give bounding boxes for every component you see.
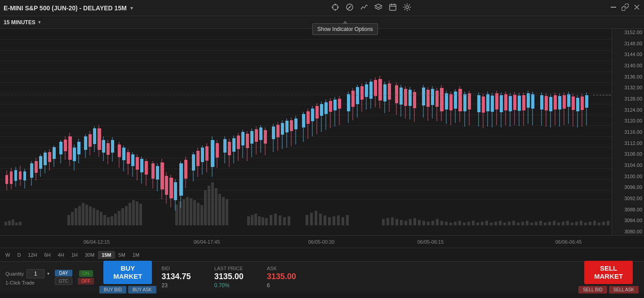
minimize-icon[interactable] — [610, 4, 617, 13]
svg-rect-288 — [356, 87, 359, 104]
xaxis-label-1: 06/04-12:15 — [84, 239, 110, 245]
order-section: Quantity ▾ 1-Click Trade — [5, 269, 49, 285]
on-badge[interactable]: ON — [79, 270, 93, 277]
svg-rect-67 — [208, 186, 210, 225]
tf-btn-w[interactable]: W — [2, 251, 13, 259]
price-label: 3092.00 — [614, 196, 642, 201]
svg-rect-94 — [382, 219, 385, 225]
svg-rect-59 — [179, 202, 182, 225]
off-badge[interactable]: OFF — [78, 278, 94, 285]
quantity-input[interactable] — [27, 269, 44, 278]
sell-market-button[interactable]: SELL MARKET — [584, 261, 633, 284]
svg-rect-142 — [598, 223, 600, 225]
svg-rect-254 — [272, 127, 275, 139]
svg-rect-148 — [10, 171, 13, 184]
svg-rect-342 — [491, 96, 494, 112]
tf-btn-1m[interactable]: 1M — [129, 251, 143, 259]
svg-rect-378 — [576, 98, 579, 111]
svg-rect-154 — [23, 171, 26, 180]
svg-rect-71 — [222, 197, 225, 225]
buy-market-button[interactable]: BUY MARKET — [103, 261, 152, 284]
svg-rect-144 — [607, 221, 609, 225]
svg-rect-208 — [156, 166, 159, 180]
gauge-icon[interactable] — [346, 3, 354, 13]
svg-rect-81 — [279, 215, 281, 225]
svg-rect-33 — [8, 221, 11, 225]
crosshair-icon[interactable] — [331, 3, 339, 13]
gear-icon[interactable] — [403, 3, 411, 13]
svg-rect-198 — [131, 154, 134, 166]
svg-rect-105 — [431, 221, 434, 225]
svg-rect-109 — [449, 223, 452, 225]
svg-rect-358 — [527, 93, 530, 108]
tf-btn-12h[interactable]: 12H — [24, 251, 40, 259]
svg-rect-366 — [549, 97, 552, 111]
ask-value: 3135.00 — [267, 272, 296, 281]
xaxis-label-5: 06/06-06:45 — [555, 239, 582, 245]
svg-rect-298 — [378, 79, 382, 101]
sell-bid-button[interactable]: SELL BID — [578, 286, 607, 294]
gtc-button[interactable]: GTC — [55, 277, 72, 285]
svg-rect-224 — [196, 151, 200, 166]
svg-point-12 — [406, 6, 409, 9]
timeframe-dropdown-arrow[interactable]: ▾ — [38, 19, 41, 25]
svg-rect-124 — [517, 223, 520, 225]
buy-bid-button[interactable]: BUY BID — [99, 286, 126, 294]
layers-icon[interactable] — [374, 3, 382, 13]
svg-rect-372 — [563, 95, 566, 109]
svg-rect-61 — [186, 197, 189, 225]
calendar-icon[interactable] — [389, 3, 397, 13]
svg-rect-312 — [413, 92, 416, 108]
tf-btn-6h[interactable]: 6H — [41, 251, 54, 259]
tf-btn-30m[interactable]: 30M — [81, 251, 98, 259]
svg-rect-41 — [82, 203, 84, 225]
svg-rect-75 — [254, 214, 257, 225]
svg-rect-112 — [463, 223, 466, 225]
line-chart-icon[interactable] — [360, 3, 368, 13]
ask-label: ASK — [267, 266, 296, 271]
svg-rect-49 — [111, 216, 113, 225]
svg-rect-137 — [575, 222, 578, 225]
tf-btn-15m[interactable]: 15M — [98, 251, 115, 259]
svg-rect-256 — [276, 125, 280, 137]
link-icon[interactable] — [622, 4, 629, 13]
svg-rect-73 — [247, 216, 250, 225]
svg-point-6 — [349, 6, 351, 8]
svg-rect-222 — [192, 154, 195, 171]
svg-rect-344 — [495, 93, 498, 110]
day-button[interactable]: DAY — [55, 270, 72, 276]
close-icon[interactable] — [633, 4, 640, 13]
svg-rect-162 — [44, 153, 47, 165]
svg-rect-117 — [485, 221, 488, 225]
svg-rect-210 — [160, 162, 164, 189]
tf-btn-4h[interactable]: 4H — [54, 251, 68, 259]
svg-rect-60 — [182, 199, 185, 225]
buy-ask-button[interactable]: BUY ASK — [128, 286, 156, 294]
timeframe-selector: W D 12H 6H 4H 1H 30M 15M 5M 1M — [0, 248, 644, 261]
svg-rect-70 — [218, 194, 221, 225]
tf-btn-d[interactable]: D — [13, 251, 24, 259]
svg-rect-304 — [395, 85, 398, 103]
svg-rect-140 — [589, 222, 591, 225]
quantity-stepper[interactable]: ▾ — [47, 271, 49, 276]
svg-rect-186 — [102, 140, 105, 153]
svg-rect-320 — [435, 91, 439, 107]
bid-count: 23 — [162, 282, 191, 289]
last-price-section: LAST PRICE 3135.00 0.70% — [214, 266, 244, 289]
svg-rect-143 — [602, 222, 605, 225]
price-label: 3100.00 — [614, 174, 642, 179]
svg-rect-334 — [468, 93, 471, 110]
svg-rect-308 — [404, 89, 407, 106]
title-dropdown-arrow[interactable]: ▾ — [130, 5, 133, 11]
svg-rect-356 — [522, 95, 525, 110]
tf-btn-1h[interactable]: 1H — [68, 251, 81, 259]
tf-btn-5m[interactable]: 5M — [115, 251, 129, 259]
svg-rect-196 — [127, 152, 130, 164]
last-price-value: 3135.00 — [214, 272, 244, 281]
sell-ask-button[interactable]: SELL ASK — [609, 286, 639, 294]
svg-rect-54 — [129, 203, 131, 225]
svg-rect-64 — [197, 203, 200, 225]
header-toolbar-icons — [331, 3, 411, 13]
price-label: 3132.00 — [614, 85, 642, 90]
svg-rect-77 — [262, 217, 264, 225]
